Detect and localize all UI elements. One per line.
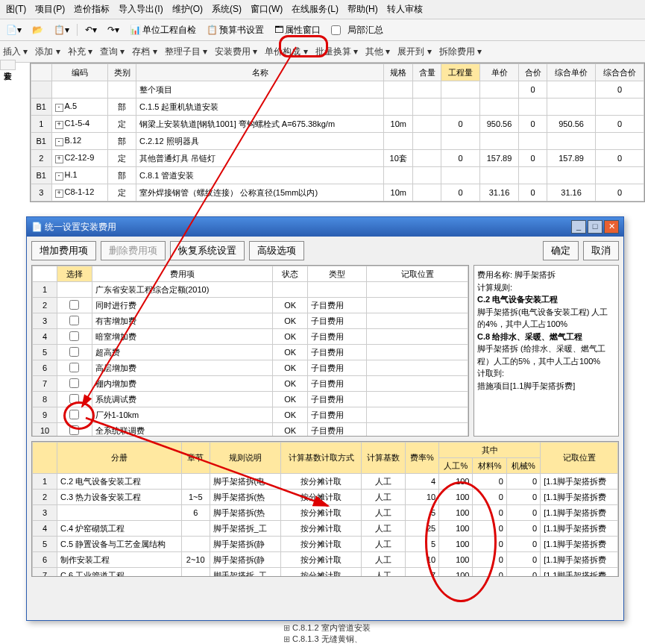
menu-item[interactable]: 造价指标 (71, 1, 113, 17)
col-header[interactable]: 机械% (506, 458, 540, 474)
col-header[interactable]: 材料% (473, 458, 506, 474)
col-header[interactable]: 综合单价 (547, 64, 596, 81)
btm-row[interactable]: 5C.5 静置设备与工艺金属结构脚手架搭拆(静 按分摊计取人工5 10000[1… (33, 537, 618, 552)
property-window-button[interactable]: 🗔 属性窗口 (271, 22, 324, 38)
col-header[interactable] (31, 64, 52, 81)
menu-item[interactable]: 帮助(H) (344, 1, 381, 17)
col-header[interactable]: 章节 (181, 443, 210, 474)
col-header[interactable]: 含量 (413, 64, 441, 81)
menu-item[interactable]: 窗口(W) (248, 1, 286, 17)
fee-row[interactable]: 9 厂外1-10kmOK 子目费用 (33, 407, 468, 423)
btm-row[interactable]: 7C.6 工业管道工程脚手架搭拆_工 按分摊计取人工7 10000[1.1脚手架… (33, 568, 618, 578)
reset-button[interactable]: 恢复系统设置 (170, 241, 245, 260)
col-header[interactable]: 工程量 (441, 64, 479, 81)
col-header[interactable]: 规则说明 (210, 443, 281, 474)
col-header[interactable]: 分册 (57, 443, 182, 474)
fee-row[interactable]: 6 高层增加费OK 子目费用 (33, 360, 468, 376)
menu-item[interactable]: 图(T) (3, 1, 29, 17)
fee-checkbox[interactable] (69, 394, 79, 404)
col-header[interactable]: 合价 (519, 64, 547, 81)
col-header[interactable]: 人工% (439, 458, 473, 474)
menu-item[interactable]: 导入导出(I) (116, 1, 166, 17)
col-header[interactable]: 类别 (108, 64, 136, 81)
col-header[interactable]: 规格 (383, 64, 413, 81)
table-row[interactable]: B1 -H.1 部 C.8.1 管道安装 (31, 167, 644, 184)
fee-checkbox[interactable] (69, 363, 79, 372)
table-row[interactable]: 1 +C1-5-4 定 钢梁上安装轨道[钢轨1001] 弯钩螺栓式 A=675.… (31, 116, 644, 133)
fee-row[interactable]: 10 全系统联调费OK 子目费用 (33, 423, 468, 437)
toolbar-item[interactable]: 插入 ▾ (3, 46, 28, 58)
fee-row[interactable]: 2 同时进行费OK 子目费用 (33, 298, 468, 313)
menu-item[interactable]: 项目(P) (32, 1, 68, 17)
fee-checkbox[interactable] (69, 347, 79, 357)
copy-icon[interactable]: 📋▾ (51, 23, 72, 37)
col-header[interactable]: 计算基数计取方式 (281, 443, 362, 474)
col-header[interactable]: 费用项 (92, 266, 273, 282)
menu-item[interactable]: 在线服务(L) (289, 1, 342, 17)
advanced-button[interactable]: 高级选项 (249, 241, 304, 260)
undo-icon[interactable]: ↶▾ (82, 23, 100, 37)
col-header[interactable]: 记取位置 (367, 266, 468, 282)
fee-row[interactable]: 7 棚内增加费OK 子目费用 (33, 376, 468, 392)
fee-row[interactable]: 5 超高费OK 子目费用 (33, 345, 468, 360)
btm-row[interactable]: 36脚手架搭拆(热 按分摊计取人工5 10000[1.1脚手架搭拆费 (33, 505, 618, 521)
add-fee-button[interactable]: 增加费用项 (31, 241, 96, 260)
toolbar-item[interactable]: 查询 ▾ (100, 46, 125, 58)
minimize-button[interactable]: _ (571, 220, 586, 234)
col-header[interactable]: 状态 (273, 266, 308, 282)
fee-checkbox[interactable] (69, 425, 79, 435)
fee-row[interactable]: 4 暗室增加费OK 子目费用 (33, 329, 468, 345)
side-tab[interactable]: 造安装 (0, 60, 16, 70)
toolbar-item[interactable]: 拆除费用 ▾ (439, 46, 482, 58)
budget-settings-button[interactable]: 📋 预算书设置 (204, 22, 267, 38)
table-row[interactable]: B1 -A.5 部 C.1.5 起重机轨道安装 (31, 99, 644, 116)
menu-item[interactable]: 维护(O) (169, 1, 206, 17)
btm-row[interactable]: 1C.2 电气设备安装工程脚手架搭拆(电 按分摊计取人工4 10000[1.1脚… (33, 474, 618, 490)
col-header[interactable]: 名称 (136, 64, 384, 81)
menu-item[interactable]: 系统(S) (209, 1, 245, 17)
col-header[interactable]: 编码 (51, 64, 108, 81)
table-row[interactable]: 2 +C2-12-9 定 其他普通灯具 吊链灯 10套0 157.890157.… (31, 150, 644, 167)
col-header[interactable]: 记取位置 (541, 443, 618, 474)
toolbar-item[interactable]: 安装费用 ▾ (215, 46, 257, 58)
redo-icon[interactable]: ↷▾ (104, 23, 122, 37)
save-icon[interactable]: 📂 (29, 23, 46, 37)
btm-row[interactable]: 6制作安装工程2~10脚手架搭拆(静 按分摊计取人工10 10000[1.1脚手… (33, 552, 618, 568)
table-row[interactable]: 3 +C8-1-12 定 室外焊接钢管（螺纹连接） 公称直径(15mm以内) 1… (31, 184, 644, 201)
btm-row[interactable]: 2C.3 热力设备安装工程1~5脚手架搭拆(热 按分摊计取人工10 10000[… (33, 490, 618, 505)
toolbar-item[interactable]: 其他 ▾ (365, 46, 390, 58)
ok-button[interactable]: 确定 (543, 241, 579, 260)
self-check-button[interactable]: 📊 单位工程自检 (127, 22, 199, 38)
close-button[interactable]: ✕ (604, 220, 619, 234)
toolbar-item[interactable]: 批量换算 ▾ (315, 46, 358, 58)
toolbar-item[interactable]: 展开到 ▾ (397, 46, 431, 58)
fee-row[interactable]: 1 广东省安装工程综合定额(2010) (33, 282, 468, 298)
fee-checkbox[interactable] (69, 300, 79, 310)
col-header[interactable]: 选择 (57, 266, 92, 282)
fee-checkbox[interactable] (69, 316, 79, 325)
toolbar-item[interactable]: 添加 ▾ (35, 46, 60, 58)
col-header[interactable]: 计算基数 (361, 443, 405, 474)
fee-checkbox[interactable] (69, 410, 79, 419)
col-header[interactable]: 类型 (307, 266, 367, 282)
fee-row[interactable]: 3 有害增加费OK 子目费用 (33, 313, 468, 329)
btm-row[interactable]: 4C.4 炉窑砌筑工程脚手架搭拆_工 按分摊计取人工25 10000[1.1脚手… (33, 521, 618, 537)
toolbar-item[interactable]: 整理子目 ▾ (165, 46, 207, 58)
toolbar-item[interactable]: 补充 ▾ (68, 46, 92, 58)
maximize-button[interactable]: □ (588, 220, 602, 234)
new-icon[interactable]: 📄▾ (3, 23, 25, 37)
col-header[interactable]: 其中 (439, 443, 541, 458)
fee-checkbox[interactable] (69, 331, 79, 341)
col-header[interactable]: 单价 (479, 64, 518, 81)
col-header[interactable]: 综合合价 (596, 64, 644, 81)
toolbar-item[interactable]: 存档 ▾ (132, 46, 157, 58)
table-row[interactable]: B1 -B.12 部 C.2.12 照明器具 (31, 133, 644, 150)
cancel-button[interactable]: 取消 (583, 241, 619, 260)
col-header[interactable]: 费率% (405, 443, 438, 474)
menu-item[interactable]: 转人审核 (384, 1, 426, 17)
toolbar-item[interactable]: 单价构成 ▾ (265, 46, 307, 58)
local-summary-checkbox[interactable] (331, 25, 341, 35)
fee-checkbox[interactable] (69, 378, 79, 388)
fee-row[interactable]: 8 系统调试费OK 子目费用 (33, 392, 468, 407)
table-row[interactable]: 整个项目 00 (31, 81, 644, 99)
